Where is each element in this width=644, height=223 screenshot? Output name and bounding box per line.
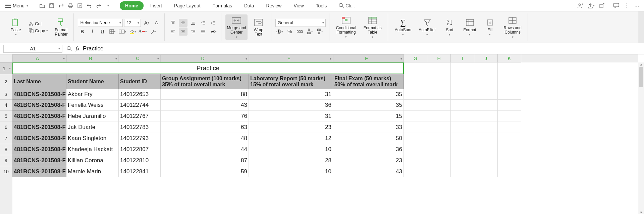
cell[interactable] (474, 155, 498, 166)
cell[interactable]: Akbar Fry (66, 89, 119, 100)
cell[interactable] (474, 144, 498, 155)
header-cell[interactable]: Student ID (119, 74, 161, 89)
cell[interactable] (404, 144, 427, 155)
cell[interactable] (451, 144, 474, 155)
qat-more-icon[interactable]: ▾ (104, 2, 112, 9)
tab-view[interactable]: View (288, 1, 309, 10)
cell[interactable]: Jak Duarte (66, 122, 119, 133)
row-header-2[interactable]: 2 (0, 74, 12, 89)
search-box[interactable] (339, 3, 359, 8)
cell[interactable]: 35 (333, 100, 404, 111)
cell[interactable] (427, 100, 451, 111)
cell[interactable]: 481BCNS-201508-FT (12, 144, 66, 155)
cell[interactable]: Marnie Marin (66, 166, 119, 177)
cell[interactable] (404, 122, 427, 133)
cell[interactable] (498, 62, 521, 74)
cell[interactable] (474, 111, 498, 122)
cell[interactable] (427, 89, 451, 100)
increase-decimal-icon[interactable]: .00.0→ (316, 28, 324, 36)
tab-review[interactable]: Review (261, 1, 287, 10)
cell[interactable] (404, 111, 427, 122)
autosum-button[interactable]: ∑ AutoSum (392, 16, 414, 38)
right-panel-toggle[interactable] (638, 11, 644, 43)
cell[interactable] (427, 133, 451, 144)
cell[interactable]: 481BCNS-201508-FT (12, 111, 66, 122)
autofilter-button[interactable]: AutoFilter (416, 16, 438, 38)
font-color-button[interactable]: A (138, 28, 147, 36)
decrease-decimal-icon[interactable]: .0.00← (306, 28, 314, 36)
save-icon[interactable] (48, 2, 55, 9)
cell[interactable]: 140122807 (119, 144, 161, 155)
cell[interactable]: 36 (249, 100, 333, 111)
cell[interactable] (451, 122, 474, 133)
redo-icon[interactable] (95, 2, 102, 9)
cell[interactable] (474, 89, 498, 100)
cell[interactable] (474, 166, 498, 177)
name-box[interactable]: A1 (3, 45, 62, 53)
align-middle-icon[interactable] (179, 19, 187, 27)
cell[interactable] (498, 133, 521, 144)
cells-area[interactable]: PracticeLast NameStudent NameStudent IDG… (12, 62, 638, 214)
row-header-3[interactable]: 3 (0, 89, 12, 100)
cell[interactable]: 481BCNS-201508-FT (12, 100, 66, 111)
cell[interactable] (451, 89, 474, 100)
cell[interactable] (474, 122, 498, 133)
cell[interactable] (451, 62, 474, 74)
row-header-10[interactable]: 10 (0, 166, 12, 177)
cell[interactable] (451, 133, 474, 144)
cell[interactable]: 43 (333, 166, 404, 177)
cell[interactable] (474, 100, 498, 111)
col-header-D[interactable]: D (161, 54, 249, 62)
number-format-select[interactable]: General (275, 19, 326, 27)
cell[interactable] (498, 89, 521, 100)
tab-insert[interactable]: Insert (145, 1, 167, 10)
cell[interactable] (474, 62, 498, 74)
decrease-font-icon[interactable]: A- (152, 19, 161, 27)
cell[interactable] (404, 74, 427, 89)
cell[interactable]: 481BCNS-201508-FT (12, 89, 66, 100)
row-header-7[interactable]: 7 (0, 133, 12, 144)
rows-cols-button[interactable]: Rows and Columns (501, 14, 524, 40)
cell[interactable]: 140122783 (119, 122, 161, 133)
formula-input[interactable] (83, 45, 641, 52)
cell[interactable] (498, 155, 521, 166)
cell[interactable]: 481BCNS-201508-FT (12, 166, 66, 177)
menu-button[interactable]: Menu ▾ (3, 2, 31, 10)
open-icon[interactable] (39, 2, 46, 9)
align-center-icon[interactable] (179, 28, 187, 36)
italic-button[interactable]: I (88, 28, 97, 36)
comma-icon[interactable]: 000 (296, 28, 304, 36)
sort-button[interactable]: AZ Sort (441, 16, 459, 38)
cut-button[interactable]: Cut (27, 20, 50, 27)
col-header-J[interactable]: J (474, 54, 498, 62)
conditional-formatting-button[interactable]: Conditional Formatting (333, 14, 359, 40)
cell[interactable]: 140122653 (119, 89, 161, 100)
cell[interactable] (451, 166, 474, 177)
cell[interactable] (404, 155, 427, 166)
cell[interactable]: 140122767 (119, 111, 161, 122)
col-header-F[interactable]: F (333, 54, 404, 62)
cell[interactable]: 35 (333, 89, 404, 100)
cell[interactable] (498, 74, 521, 89)
cell[interactable] (498, 111, 521, 122)
cell[interactable] (498, 166, 521, 177)
col-header-G[interactable]: G (404, 54, 427, 62)
tab-formulas[interactable]: Formulas (207, 1, 237, 10)
vertical-scrollbar[interactable]: ▲ ▼ (638, 62, 644, 214)
cell[interactable] (451, 155, 474, 166)
increase-indent-icon[interactable] (209, 19, 218, 27)
row-header-6[interactable]: 6 (0, 122, 12, 133)
orientation-icon[interactable]: ab (209, 28, 218, 36)
scroll-thumb[interactable] (639, 67, 643, 87)
cell[interactable] (451, 111, 474, 122)
cell[interactable]: 15 (333, 111, 404, 122)
cell[interactable] (404, 62, 427, 74)
header-cell[interactable]: Group Assignment (100 marks)35% of total… (161, 74, 249, 89)
cell[interactable]: 48 (161, 133, 249, 144)
align-left-icon[interactable] (169, 28, 177, 36)
cell[interactable] (427, 74, 451, 89)
cell[interactable]: 23 (249, 122, 333, 133)
cell[interactable] (498, 100, 521, 111)
col-header-E[interactable]: E (249, 54, 333, 62)
fx-icon[interactable]: fx (75, 46, 79, 52)
